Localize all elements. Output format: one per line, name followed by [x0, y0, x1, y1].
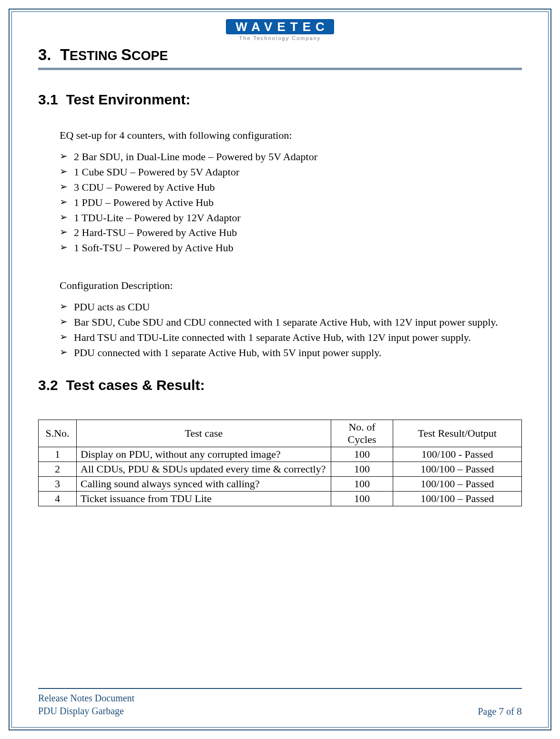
env-list: 2 Bar SDU, in Dual-Line mode – Powered b…	[60, 149, 522, 256]
col-sno: S.No.	[39, 420, 77, 447]
cell-cycles: 100	[331, 462, 393, 476]
cell-case: Calling sound always synced with calling…	[77, 476, 331, 491]
footer-line-2: PDU Display Garbage	[38, 705, 134, 718]
section-title-part-1: ESTING	[70, 49, 121, 63]
table-row: 3 Calling sound always synced with calli…	[39, 476, 522, 491]
subsection-2-heading: 3.2 Test cases & Result:	[38, 377, 522, 393]
section-title-part-3: COPE	[132, 49, 168, 63]
section-rule	[38, 68, 522, 70]
table-header-row: S.No. Test case No. of Cycles Test Resul…	[39, 420, 522, 447]
logo: WAVETEC The Technology Company	[226, 19, 334, 41]
col-result: Test Result/Output	[393, 420, 522, 447]
cell-result: 100/100 – Passed	[393, 491, 522, 506]
list-item: PDU acts as CDU	[60, 299, 522, 315]
list-item: PDU connected with 1 separate Active Hub…	[60, 345, 522, 360]
header: WAVETEC The Technology Company	[38, 17, 522, 42]
section-number: 3.	[38, 46, 51, 63]
footer-rule	[38, 688, 522, 689]
cell-result: 100/100 – Passed	[393, 462, 522, 476]
subsection-2-title: Test cases & Result:	[66, 377, 204, 393]
env-block: EQ set-up for 4 counters, with following…	[60, 129, 522, 377]
list-item: Hard TSU and TDU-Lite connected with 1 s…	[60, 330, 522, 345]
page-of: of	[504, 706, 517, 717]
subsection-1-heading: 3.1 Test Environment:	[38, 92, 522, 108]
page-total: 8	[517, 705, 522, 717]
page-number: 7	[499, 705, 504, 717]
subsection-1-title: Test Environment:	[66, 92, 190, 107]
cell-result: 100/100 – Passed	[393, 476, 522, 491]
section-title-part-2: S	[121, 46, 132, 63]
cell-case: All CDUs, PDU & SDUs updated every time …	[77, 462, 331, 476]
cell-case: Display on PDU, without any corrupted im…	[77, 447, 331, 462]
page-content: WAVETEC The Technology Company 3. TESTIN…	[11, 11, 549, 728]
cell-sno: 3	[39, 476, 77, 491]
config-list: PDU acts as CDU Bar SDU, Cube SDU and CD…	[60, 299, 522, 360]
cell-result: 100/100 - Passed	[393, 447, 522, 462]
env-intro: EQ set-up for 4 counters, with following…	[60, 129, 522, 142]
list-item: 1 TDU-Lite – Powered by 12V Adaptor	[60, 210, 522, 226]
footer: Release Notes Document PDU Display Garba…	[38, 688, 522, 727]
logo-text: WAVETEC	[226, 19, 334, 34]
list-item: 3 CDU – Powered by Active Hub	[60, 180, 522, 195]
footer-right: Page 7 of 8	[478, 705, 522, 718]
section-heading: 3. TESTING SCOPE	[38, 46, 522, 64]
cell-case: Ticket issuance from TDU Lite	[77, 491, 331, 506]
table-row: 1 Display on PDU, without any corrupted …	[39, 447, 522, 462]
cell-cycles: 100	[331, 447, 393, 462]
footer-line-1: Release Notes Document	[38, 692, 134, 705]
list-item: 1 Cube SDU – Powered by 5V Adaptor	[60, 164, 522, 180]
table-row: 2 All CDUs, PDU & SDUs updated every tim…	[39, 462, 522, 476]
list-item: 2 Bar SDU, in Dual-Line mode – Powered b…	[60, 149, 522, 164]
footer-left: Release Notes Document PDU Display Garba…	[38, 692, 134, 718]
list-item: Bar SDU, Cube SDU and CDU connected with…	[60, 315, 522, 330]
list-item: 1 PDU – Powered by Active Hub	[60, 195, 522, 210]
cell-sno: 1	[39, 447, 77, 462]
list-item: 2 Hard-TSU – Powered by Active Hub	[60, 225, 522, 240]
page-label-pre: Page	[478, 706, 499, 717]
col-testcase: Test case	[77, 420, 331, 447]
cell-cycles: 100	[331, 491, 393, 506]
cell-cycles: 100	[331, 476, 393, 491]
results-table: S.No. Test case No. of Cycles Test Resul…	[38, 420, 522, 506]
logo-tagline: The Technology Company	[226, 35, 334, 41]
cell-sno: 2	[39, 462, 77, 476]
col-cycles: No. of Cycles	[331, 420, 393, 447]
section-title-part-0: T	[60, 46, 70, 63]
list-item: 1 Soft-TSU – Powered by Active Hub	[60, 240, 522, 256]
cell-sno: 4	[39, 491, 77, 506]
subsection-2-number: 3.2	[38, 377, 58, 393]
table-row: 4 Ticket issuance from TDU Lite 100 100/…	[39, 491, 522, 506]
subsection-1-number: 3.1	[38, 92, 58, 107]
config-intro: Configuration Description:	[60, 279, 522, 292]
